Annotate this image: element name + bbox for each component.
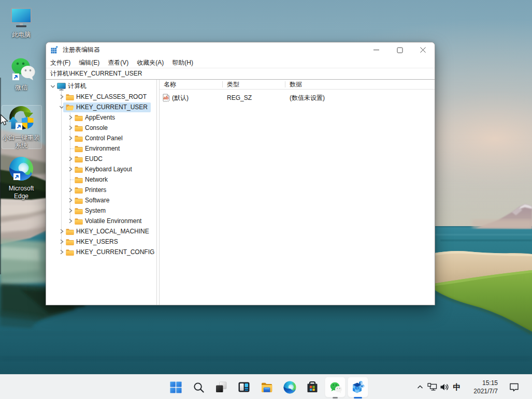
- tree-item-appevents[interactable]: AppEvents: [46, 112, 156, 123]
- folder-icon: [75, 156, 83, 162]
- column-separator[interactable]: [222, 81, 223, 87]
- registry-tree[interactable]: 计算机HKEY_CLASSES_ROOTHKEY_CURRENT_USERApp…: [46, 80, 157, 305]
- label-line: 小白一键重装: [1, 134, 42, 142]
- label-line: Edge: [1, 193, 42, 200]
- tree-item-hkey-current-config[interactable]: HKEY_CURRENT_CONFIG: [46, 247, 156, 257]
- tree-item-label: Control Panel: [85, 134, 126, 143]
- store-button[interactable]: [301, 375, 324, 399]
- menu-item-edit[interactable]: 编辑(E): [75, 57, 104, 68]
- tree-item-console[interactable]: Console: [46, 123, 156, 133]
- volume-button[interactable]: [438, 377, 451, 397]
- maximize-icon: [397, 47, 403, 53]
- desktop-icon-label: 微信: [1, 84, 42, 92]
- network-button[interactable]: [426, 377, 438, 397]
- tree-item-system[interactable]: System: [46, 205, 156, 216]
- tree-item-hkey-local-machine[interactable]: HKEY_LOCAL_MACHINE: [46, 226, 156, 237]
- value-data: (数值未设置): [290, 94, 325, 102]
- tree-item-hkey-current-user[interactable]: HKEY_CURRENT_USER: [46, 102, 156, 112]
- desktop-icon-edge[interactable]: MicrosoftEdge: [1, 156, 42, 200]
- caption-buttons: [365, 42, 435, 57]
- widgets-button[interactable]: [233, 375, 255, 399]
- clock-time: 15:15: [466, 379, 498, 387]
- regedit-cube-icon: [351, 380, 365, 394]
- edge-icon: [283, 381, 296, 394]
- tree-item-label: HKEY_LOCAL_MACHINE: [76, 227, 152, 237]
- menu-item-file[interactable]: 文件(F): [46, 57, 75, 68]
- close-button[interactable]: [411, 42, 435, 57]
- folder-icon: [75, 125, 83, 131]
- tree-item-control-panel[interactable]: Control Panel: [46, 133, 156, 143]
- desktop-icon-this-pc[interactable]: 此电脑: [1, 7, 42, 39]
- folder-icon: [75, 187, 83, 194]
- maximize-button[interactable]: [388, 42, 411, 57]
- folder-icon: [75, 187, 83, 194]
- address-bar[interactable]: 计算机\HKEY_CURRENT_USER: [46, 68, 435, 80]
- notification-button[interactable]: [508, 377, 520, 397]
- ime-indicator[interactable]: 中: [451, 377, 463, 397]
- value-row[interactable]: ab (默认) REG_SZ (数值未设置): [160, 93, 435, 103]
- titlebar[interactable]: 注册表编辑器: [46, 42, 435, 57]
- edge-button[interactable]: [278, 375, 301, 399]
- task-view-button[interactable]: [210, 375, 233, 399]
- folder-icon: [75, 176, 83, 183]
- tree-item-software[interactable]: Software: [46, 195, 156, 205]
- folder-icon: [66, 249, 74, 256]
- clock[interactable]: 15:15 2021/7/7: [466, 377, 498, 397]
- start-button[interactable]: [164, 375, 187, 399]
- tree-item-label: Console: [85, 123, 111, 133]
- search-button[interactable]: [187, 375, 210, 399]
- active-indicator: [354, 397, 362, 398]
- cell-name: ab (默认): [160, 94, 223, 102]
- tray-chevron-button[interactable]: [414, 377, 426, 397]
- label-line: 系统: [1, 142, 42, 150]
- desktop-icon-label: MicrosoftEdge: [1, 185, 42, 200]
- shortcut-arrow-icon: [16, 123, 22, 130]
- tree-item-keyboard-layout[interactable]: Keyboard Layout: [46, 164, 156, 174]
- tree-item-label: AppEvents: [85, 113, 118, 123]
- tree-item-label: Keyboard Layout: [85, 165, 135, 174]
- menu-item-help[interactable]: 帮助(H): [168, 57, 197, 68]
- tree-item-printers[interactable]: Printers: [46, 185, 156, 195]
- volume-icon: [440, 383, 449, 391]
- regedit-icon: [51, 46, 59, 54]
- tree-item-volatile-environment[interactable]: Volatile Environment: [46, 216, 156, 226]
- tree-item-network[interactable]: Network: [46, 174, 156, 185]
- this-pc-icon: [10, 7, 33, 28]
- folder-icon: [66, 94, 74, 100]
- tree-item-[interactable]: 计算机: [46, 81, 156, 92]
- value-name: (默认): [172, 94, 189, 102]
- minimize-button[interactable]: [365, 42, 388, 57]
- wechat-taskbar-button[interactable]: [324, 375, 347, 399]
- menu-item-favorites[interactable]: 收藏夹(A): [133, 57, 168, 68]
- xiaobai-icon: [8, 106, 34, 131]
- close-icon: [420, 47, 426, 53]
- tree-item-hkey-classes-root[interactable]: HKEY_CLASSES_ROOT: [46, 92, 156, 102]
- tree-item-eudc[interactable]: EUDC: [46, 154, 156, 164]
- tree-item-environment[interactable]: Environment: [46, 143, 156, 154]
- tree-item-label: Volatile Environment: [85, 216, 145, 226]
- column-header-data[interactable]: 数据: [285, 80, 435, 90]
- folder-icon: [75, 166, 83, 173]
- address-text: 计算机\HKEY_CURRENT_USER: [50, 69, 142, 78]
- desktop-icon-wechat[interactable]: 微信: [1, 55, 42, 92]
- tree-item-content: HKEY_LOCAL_MACHINE: [63, 227, 152, 237]
- file-explorer-icon: [261, 381, 274, 394]
- wechat-icon: [7, 55, 36, 81]
- network-icon: [427, 383, 437, 391]
- column-separator[interactable]: [285, 81, 285, 87]
- search-icon: [193, 381, 205, 393]
- folder-icon: [75, 145, 83, 152]
- file-explorer-button[interactable]: [255, 375, 278, 399]
- regedit-taskbar-button[interactable]: [347, 375, 369, 399]
- column-header-type[interactable]: 类型: [223, 80, 285, 90]
- tree-item-hkey-users[interactable]: HKEY_USERS: [46, 237, 156, 247]
- column-header-name[interactable]: 名称: [160, 80, 223, 90]
- desktop-icon-xiaobai[interactable]: 小白一键重装系统: [1, 106, 42, 150]
- folder-icon: [75, 166, 83, 173]
- reg-sz-icon: ab: [163, 94, 170, 102]
- values-pane: 名称 类型 数据 ab (默认) REG_SZ (数值未设置): [159, 80, 435, 305]
- menu-item-view[interactable]: 查看(V): [104, 57, 133, 68]
- folder-icon: [75, 135, 83, 142]
- regedit-window: 注册表编辑器 文件(F)编辑(E)查看(V)收藏夹(A)帮助(H) 计算机\HK…: [46, 42, 435, 305]
- tree-item-content: Network: [72, 175, 111, 185]
